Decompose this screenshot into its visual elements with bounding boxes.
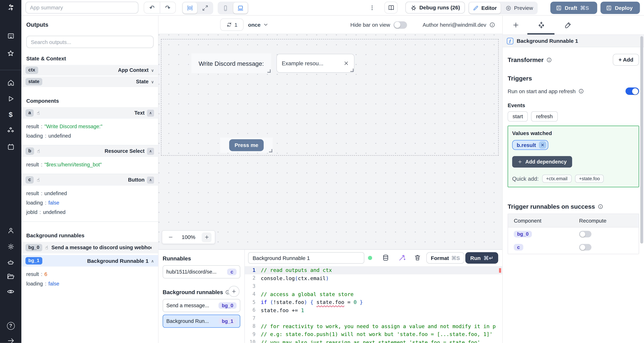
- more-options-kebab-icon[interactable]: [368, 3, 376, 12]
- undo-button[interactable]: ↶: [144, 2, 160, 13]
- hand-pointer-icon[interactable]: ☝: [37, 148, 40, 154]
- workspace-icon[interactable]: [6, 32, 15, 40]
- zoom-in-button[interactable]: [202, 232, 212, 242]
- watched-value-chip[interactable]: b.result: [512, 140, 548, 150]
- code-line[interactable]: 3: [245, 282, 502, 290]
- event-pill-refresh[interactable]: refresh: [531, 111, 558, 122]
- recompute-toggle-bg0[interactable]: [579, 231, 592, 237]
- resize-handle[interactable]: [350, 68, 354, 72]
- add-dependency-button[interactable]: Add dependency: [512, 156, 572, 168]
- users-icon[interactable]: [6, 226, 15, 234]
- mobile-view-button[interactable]: [218, 2, 232, 14]
- info-icon[interactable]: [489, 22, 495, 28]
- search-outputs-input[interactable]: [26, 36, 154, 48]
- deploy-button[interactable]: Deploy: [600, 2, 640, 14]
- schedules-icon[interactable]: [6, 142, 15, 151]
- settings-gear-icon[interactable]: [6, 242, 15, 250]
- favorites-star-icon[interactable]: [6, 49, 15, 58]
- bg1-row[interactable]: bg_1 Background Runnable 1 ∧: [21, 255, 158, 266]
- chevron-down-icon[interactable]: ∨: [151, 80, 154, 84]
- hand-pointer-icon[interactable]: ☝: [37, 110, 40, 116]
- component-row-a[interactable]: a ☝ Text ∧: [21, 107, 158, 119]
- code-line[interactable]: 5if (!state.foo) { state.foo = 0 }: [245, 298, 502, 306]
- quick-add-state-foo[interactable]: +state.foo: [575, 174, 604, 183]
- draft-button[interactable]: Draft ⌘S: [550, 2, 597, 14]
- styling-brush-icon[interactable]: [564, 21, 572, 29]
- resources-icon[interactable]: [6, 126, 15, 135]
- windmill-logo-icon[interactable]: [6, 3, 15, 12]
- bg0-row[interactable]: bg_0 ☝ Send a message to discord using w…: [21, 242, 158, 254]
- run-on-start-toggle[interactable]: [626, 88, 639, 95]
- tab-preview[interactable]: Preview: [501, 2, 537, 14]
- panel-scrollbar[interactable]: [640, 36, 643, 244]
- hand-pointer-icon[interactable]: ☝: [37, 178, 40, 182]
- component-settings-icon[interactable]: [537, 21, 546, 29]
- code-line[interactable]: 2console.log(ctx.email): [245, 274, 502, 282]
- app-summary-input[interactable]: [26, 2, 138, 14]
- format-button[interactable]: Format ⌘S: [426, 252, 464, 264]
- redo-button[interactable]: ↷: [160, 2, 176, 13]
- component-row-b[interactable]: b ☝ Resource Select ∧: [21, 145, 158, 157]
- home-icon[interactable]: [6, 78, 15, 86]
- runnable-item-hub[interactable]: hub/1511/discord/se... c: [163, 265, 240, 278]
- code-lines[interactable]: 1// read outputs and ctx2console.log(ctx…: [245, 266, 502, 343]
- insert-component-plus-icon[interactable]: [512, 21, 520, 29]
- runnable-item-bg0[interactable]: Send a message... bg_0: [163, 299, 240, 312]
- delete-trash-icon[interactable]: [414, 254, 421, 261]
- audit-eye-icon[interactable]: [6, 288, 15, 296]
- add-transformer-button[interactable]: + Add: [613, 54, 639, 66]
- cache-db-icon[interactable]: [382, 254, 390, 262]
- quick-add-ctx-email[interactable]: +ctx.email: [542, 174, 572, 183]
- button-component-container[interactable]: Press me: [220, 138, 273, 153]
- frequency-dropdown[interactable]: once: [248, 18, 269, 31]
- workers-robot-icon[interactable]: [6, 258, 15, 266]
- collapse-chevron-icon[interactable]: ∧: [147, 176, 154, 183]
- code-line[interactable]: 1// read outputs and ctx: [245, 266, 502, 274]
- collapse-chevron-icon[interactable]: ∧: [147, 148, 154, 154]
- resize-handle[interactable]: [268, 70, 271, 73]
- event-pill-start[interactable]: start: [508, 111, 528, 122]
- code-line[interactable]: 8// for reactivity to work, you need to …: [245, 322, 502, 330]
- variables-icon[interactable]: $: [6, 110, 15, 119]
- runnable-item-bg1-selected[interactable]: Background Run... bg_1: [163, 314, 240, 328]
- output-row-state[interactable]: state State ∨: [21, 76, 158, 87]
- hide-bar-toggle[interactable]: [394, 21, 407, 28]
- resize-handle[interactable]: [269, 149, 272, 152]
- runnable-name-input[interactable]: [248, 252, 364, 264]
- hand-pointer-icon[interactable]: ☝: [45, 245, 48, 250]
- code-line[interactable]: 9// e.g: state.foo.push(1) will not work…: [245, 330, 502, 338]
- centered-layout-button[interactable]: [183, 2, 197, 14]
- app-canvas[interactable]: Write Discord message: Example resou... …: [158, 34, 502, 250]
- remove-dependency-x-icon[interactable]: [539, 141, 546, 149]
- code-line[interactable]: 10// you may also just reassign as next …: [245, 338, 502, 343]
- output-row-ctx[interactable]: ctx App Context ∨: [21, 65, 158, 76]
- tab-editor[interactable]: Editor: [469, 2, 500, 14]
- runs-icon[interactable]: [6, 94, 15, 103]
- refresh-count-button[interactable]: 1: [220, 18, 244, 31]
- docs-book-button[interactable]: [384, 2, 398, 14]
- info-icon[interactable]: [598, 204, 603, 209]
- component-row-c[interactable]: c ☝ Button ∧: [21, 174, 158, 186]
- zoom-out-button[interactable]: [166, 232, 175, 242]
- expand-rail-icon[interactable]: [6, 336, 15, 343]
- code-line[interactable]: 6state.foo += 1: [245, 306, 502, 314]
- run-button[interactable]: Run ⌘↵: [466, 252, 498, 264]
- collapse-chevron-icon[interactable]: ∧: [147, 110, 154, 116]
- resource-select-component[interactable]: Example resou...: [276, 54, 354, 73]
- code-line[interactable]: 7: [245, 314, 502, 322]
- help-icon[interactable]: ?: [6, 322, 15, 330]
- press-me-button[interactable]: Press me: [229, 139, 264, 151]
- code-line[interactable]: 4// access a global state store: [245, 290, 502, 298]
- info-icon[interactable]: [546, 57, 552, 63]
- collapse-chevron-icon[interactable]: ∧: [151, 258, 154, 263]
- chevron-down-icon[interactable]: ∨: [151, 68, 154, 72]
- text-component[interactable]: Write Discord message:: [192, 53, 271, 73]
- fullscreen-layout-button[interactable]: [198, 2, 212, 14]
- desktop-view-button[interactable]: [233, 2, 248, 14]
- clear-select-x-icon[interactable]: [343, 60, 349, 66]
- ai-wand-icon[interactable]: [398, 254, 406, 262]
- recompute-toggle-c[interactable]: [579, 244, 592, 250]
- debug-runs-button[interactable]: Debug runs (26): [405, 2, 465, 14]
- folders-icon[interactable]: [6, 272, 15, 280]
- info-icon[interactable]: [578, 88, 584, 94]
